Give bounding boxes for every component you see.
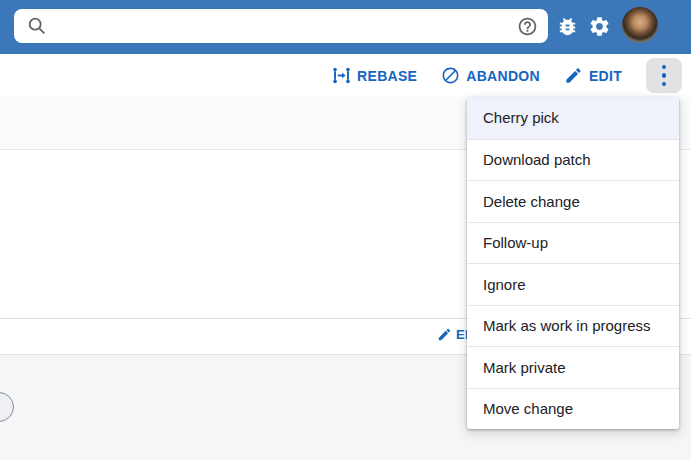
gerrit-change-page: REBASE ABANDON EDIT dependency s the opt… [0,0,691,460]
rebase-button[interactable]: REBASE [332,66,417,85]
edit-button[interactable]: EDIT [564,66,622,85]
block-icon [441,66,460,85]
help-icon[interactable] [517,16,538,37]
settings-gear-icon[interactable] [588,15,611,38]
user-avatar[interactable] [622,7,658,43]
menu-item-cherry-pick[interactable]: Cherry pick [467,97,679,139]
overflow-menu-button[interactable] [646,58,682,93]
overflow-dropdown-menu: Cherry pick Download patch Delete change… [467,97,679,429]
menu-item-ignore[interactable]: Ignore [467,263,679,305]
rebase-icon [332,66,351,85]
avatar-placeholder [0,392,14,422]
search-box[interactable] [14,9,548,43]
search-icon [26,15,48,37]
menu-item-download-patch[interactable]: Download patch [467,139,679,181]
abandon-label: ABANDON [466,68,540,84]
abandon-button[interactable]: ABANDON [441,66,540,85]
pencil-icon [437,327,452,342]
menu-item-mark-private[interactable]: Mark private [467,346,679,388]
kebab-dot [662,73,667,78]
menu-item-delete-change[interactable]: Delete change [467,180,679,222]
kebab-dot [662,65,667,70]
kebab-dot [662,82,667,87]
bug-report-icon[interactable] [556,15,579,38]
search-input[interactable] [48,18,517,34]
menu-item-mark-wip[interactable]: Mark as work in progress [467,305,679,347]
rebase-label: REBASE [357,68,417,84]
edit-label: EDIT [589,68,622,84]
pencil-icon [564,66,583,85]
menu-item-follow-up[interactable]: Follow-up [467,222,679,264]
menu-item-move-change[interactable]: Move change [467,388,679,430]
app-header [0,0,691,54]
change-action-bar: REBASE ABANDON EDIT [0,54,691,97]
